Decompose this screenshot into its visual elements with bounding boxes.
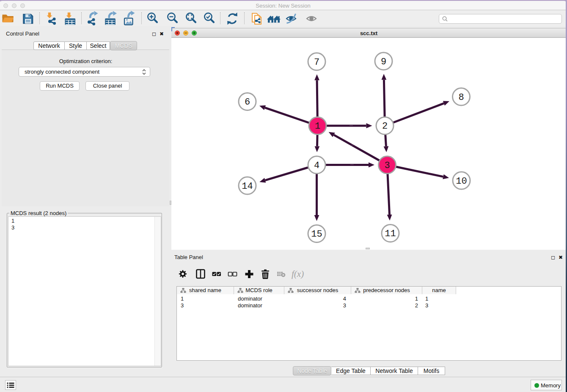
- svg-text:6: 6: [245, 97, 250, 108]
- svg-text:2: 2: [382, 121, 388, 132]
- svg-text:1: 1: [315, 121, 320, 132]
- svg-text:f(x): f(x): [292, 269, 304, 279]
- svg-text:10: 10: [456, 176, 467, 187]
- svg-text:3: 3: [384, 160, 390, 171]
- svg-text:4: 4: [314, 160, 319, 171]
- svg-text:14: 14: [242, 181, 253, 192]
- svg-text:8: 8: [458, 92, 464, 103]
- svg-text:15: 15: [311, 229, 322, 240]
- svg-text:7: 7: [314, 57, 319, 68]
- svg-text:11: 11: [385, 229, 396, 239]
- svg-text:9: 9: [381, 57, 386, 67]
